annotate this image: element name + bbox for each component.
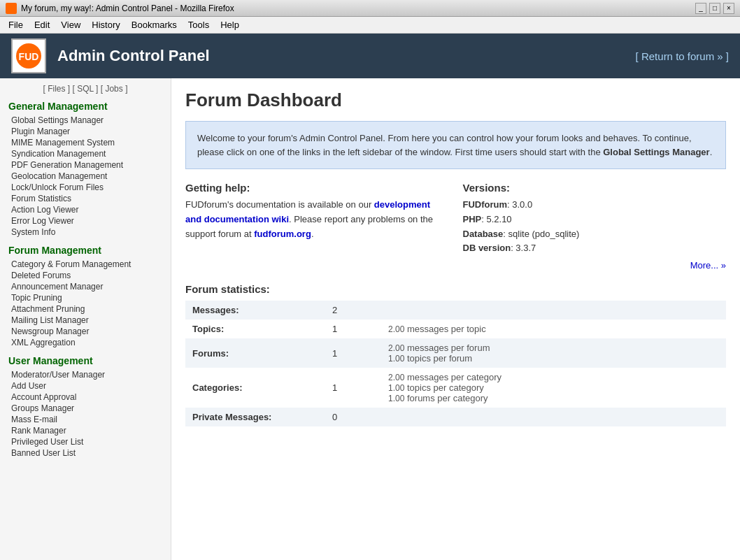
user-management-title: User Management (8, 355, 162, 366)
sidebar-item-banned-user[interactable]: Banned User List (8, 447, 162, 459)
sidebar-item-plugin[interactable]: Plugin Manager (8, 126, 162, 137)
minimize-button[interactable]: _ (695, 3, 706, 14)
general-management-title: General Management (8, 101, 162, 112)
stat-value: 1 (325, 338, 381, 368)
menu-help[interactable]: Help (215, 18, 245, 31)
menu-tools[interactable]: Tools (183, 18, 215, 31)
files-link[interactable]: [ Files ] (43, 84, 71, 94)
help-title: Getting help: (185, 182, 449, 194)
titlebar: My forum, my way!: Admin Control Panel -… (0, 0, 740, 17)
stat-value: 2 (325, 301, 381, 320)
menu-file[interactable]: File (3, 18, 29, 31)
stat-value: 1 (325, 368, 381, 408)
sidebar-item-category-forum[interactable]: Category & Forum Management (8, 259, 162, 270)
sidebar-item-privileged-user[interactable]: Privileged User List (8, 436, 162, 447)
wiki-link[interactable]: development and documentation wiki (185, 199, 430, 224)
stat-extra: 2.00 messages per topic (381, 320, 726, 338)
info-section: Getting help: FUDforum's documentation i… (185, 182, 726, 271)
menu-edit[interactable]: Edit (29, 18, 55, 31)
page-title: Forum Dashboard (185, 89, 726, 111)
sidebar: [ Files ] [ SQL ] [ Jobs ] General Manag… (0, 78, 171, 560)
sidebar-item-announcement[interactable]: Announcement Manager (8, 281, 162, 292)
welcome-box: Welcome to your forum's Admin Control Pa… (185, 121, 726, 169)
sidebar-item-mailing-list[interactable]: Mailing List Manager (8, 315, 162, 326)
help-col: Getting help: FUDforum's documentation i… (185, 182, 449, 271)
browser: FUD Admin Control Panel [ Return to foru… (0, 34, 740, 560)
sidebar-item-attachment-pruning[interactable]: Attachment Pruning (8, 303, 162, 315)
table-row: Forums: 1 2.00 messages per forum1.00 to… (185, 338, 726, 368)
menu-history[interactable]: History (86, 18, 125, 31)
jobs-link[interactable]: [ Jobs ] (101, 84, 128, 94)
sidebar-item-xml-aggregation[interactable]: XML Aggregation (8, 337, 162, 348)
stat-extra (381, 301, 726, 320)
forum-management-title: Forum Management (8, 245, 162, 256)
versions-text: FUDforum: 3.0.0 PHP: 5.2.10 Database: sq… (463, 198, 727, 256)
table-row: Categories: 1 2.00 messages per category… (185, 368, 726, 408)
window-controls[interactable]: _ □ × (695, 3, 734, 14)
sidebar-item-pdf[interactable]: PDF Generation Management (8, 159, 162, 171)
logo: FUD (11, 38, 46, 73)
sidebar-item-account-approval[interactable]: Account Approval (8, 392, 162, 403)
welcome-bold: Global Settings Manager (603, 147, 709, 157)
menubar: File Edit View History Bookmarks Tools H… (0, 17, 740, 34)
sidebar-item-add-user[interactable]: Add User (8, 380, 162, 392)
sidebar-item-moderator-user[interactable]: Moderator/User Manager (8, 369, 162, 380)
sidebar-item-groups-manager[interactable]: Groups Manager (8, 403, 162, 414)
stat-extra: 2.00 messages per forum1.00 topics per f… (381, 338, 726, 368)
table-row: Private Messages: 0 (185, 408, 726, 426)
versions-col: Versions: FUDforum: 3.0.0 PHP: 5.2.10 Da… (463, 182, 727, 271)
sql-link[interactable]: [ SQL ] (73, 84, 99, 94)
svg-text:FUD: FUD (19, 51, 39, 62)
stats-section: Forum statistics: Messages: 2 Topics: 1 … (185, 283, 726, 426)
stat-value: 1 (325, 320, 381, 338)
close-button[interactable]: × (723, 3, 734, 14)
table-row: Messages: 2 (185, 301, 726, 320)
sidebar-item-mime[interactable]: MIME Management System (8, 137, 162, 148)
menu-bookmarks[interactable]: Bookmarks (126, 18, 183, 31)
versions-title: Versions: (463, 182, 727, 194)
sidebar-item-geolocation[interactable]: Geolocation Management (8, 171, 162, 182)
menu-view[interactable]: View (55, 18, 86, 31)
stats-table: Messages: 2 Topics: 1 2.00 messages per … (185, 301, 726, 426)
content-area: [ Files ] [ SQL ] [ Jobs ] General Manag… (0, 78, 740, 560)
sidebar-item-deleted-forums[interactable]: Deleted Forums (8, 270, 162, 281)
stat-extra (381, 408, 726, 426)
more-link[interactable]: More... » (463, 260, 727, 271)
stat-extra: 2.00 messages per category1.00 topics pe… (381, 368, 726, 408)
main-content: Forum Dashboard Welcome to your forum's … (171, 78, 740, 560)
sidebar-item-syndication[interactable]: Syndication Management (8, 148, 162, 159)
stats-title: Forum statistics: (185, 283, 726, 295)
sidebar-item-error-log[interactable]: Error Log Viewer (8, 215, 162, 227)
stat-label: Forums: (185, 338, 325, 368)
table-row: Topics: 1 2.00 messages per topic (185, 320, 726, 338)
sidebar-item-newsgroup[interactable]: Newsgroup Manager (8, 326, 162, 337)
sidebar-item-lock-unlock[interactable]: Lock/Unlock Forum Files (8, 182, 162, 193)
help-text: FUDforum's documentation is available on… (185, 198, 449, 241)
sidebar-item-rank-manager[interactable]: Rank Manager (8, 425, 162, 436)
fudforum-link[interactable]: fudforum.org (254, 229, 311, 239)
stat-label: Categories: (185, 368, 325, 408)
welcome-text: Welcome to your forum's Admin Control Pa… (197, 133, 712, 157)
sidebar-top-links: [ Files ] [ SQL ] [ Jobs ] (8, 84, 162, 94)
sidebar-item-topic-pruning[interactable]: Topic Pruning (8, 292, 162, 303)
sidebar-item-global-settings[interactable]: Global Settings Manager (8, 115, 162, 126)
header: FUD Admin Control Panel [ Return to foru… (0, 34, 740, 78)
sidebar-item-forum-statistics[interactable]: Forum Statistics (8, 193, 162, 204)
maximize-button[interactable]: □ (709, 3, 720, 14)
window-title: My forum, my way!: Admin Control Panel -… (21, 3, 695, 13)
sidebar-item-system-info[interactable]: System Info (8, 227, 162, 238)
stat-value: 0 (325, 408, 381, 426)
sidebar-item-action-log[interactable]: Action Log Viewer (8, 204, 162, 215)
return-to-forum-link[interactable]: [ Return to forum » ] (636, 50, 729, 62)
stat-label: Private Messages: (185, 408, 325, 426)
firefox-icon (6, 3, 17, 14)
sidebar-item-mass-email[interactable]: Mass E-mail (8, 414, 162, 425)
app-title: Admin Control Panel (57, 47, 636, 65)
stat-label: Topics: (185, 320, 325, 338)
stat-label: Messages: (185, 301, 325, 320)
